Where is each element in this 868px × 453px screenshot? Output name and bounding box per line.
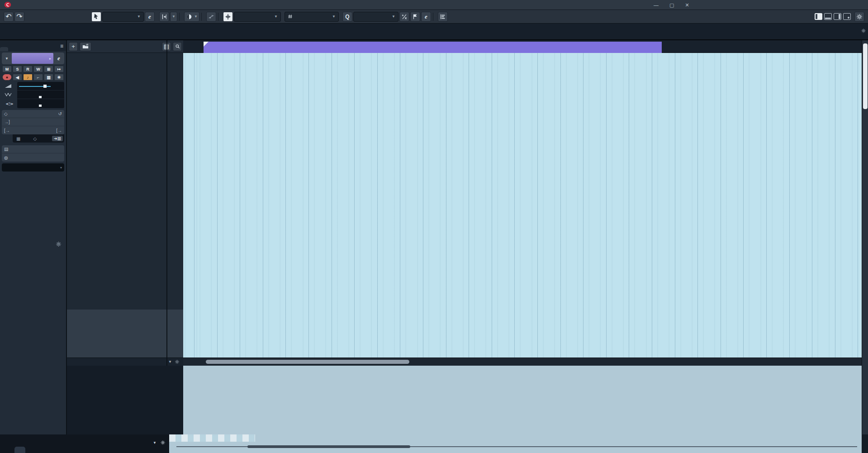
automation-cursor-icon[interactable] (91, 12, 101, 22)
mute-button[interactable]: M (2, 66, 12, 72)
lower-zone-toggle[interactable] (824, 13, 832, 20)
record-enable-button[interactable]: ● (2, 74, 12, 81)
quantize-panel-button[interactable]: e (421, 12, 431, 22)
volume-fader[interactable] (17, 82, 64, 91)
tab-editor[interactable] (14, 447, 25, 453)
delay-control[interactable] (17, 99, 64, 108)
track-preset-row[interactable]: ◇ ↺ (2, 110, 64, 118)
tab-visibility[interactable] (8, 47, 16, 51)
open-editor-button[interactable]: ⊞ (44, 66, 53, 72)
zone-setup-toggle[interactable] (843, 13, 851, 20)
left-zone-toggle[interactable] (815, 13, 822, 20)
align-icon[interactable] (438, 12, 448, 22)
drum-map-icon: ◍ (4, 155, 10, 160)
color-menu-dropdown[interactable]: ▼ (184, 12, 199, 22)
horizontal-scrollbar[interactable] (183, 358, 862, 366)
menu-bar: — ▢ ✕ (0, 0, 868, 10)
zoom-slider-thumb[interactable] (247, 445, 410, 448)
vertical-scrollbar-thumb[interactable] (863, 43, 868, 109)
lanes-button[interactable]: ▥ (44, 74, 53, 81)
setup-row[interactable] (53, 241, 62, 247)
output-arrow2-icon: [→ (56, 128, 62, 133)
output-arrow-icon: [→ (4, 128, 10, 133)
input-routing-row[interactable]: →] (2, 118, 64, 126)
grid-type-dropdown[interactable]: ▼ (285, 12, 339, 22)
right-zone-toggle[interactable] (834, 13, 841, 20)
delay-icon: ◂◷▸ (5, 101, 14, 106)
solo-button[interactable]: S (13, 66, 22, 72)
freeze-button[interactable]: ✳ (54, 74, 64, 81)
track-title-field[interactable]: ▸ (12, 53, 53, 64)
automation-panel-button[interactable]: e (145, 12, 155, 22)
undo-button[interactable]: ↶ (4, 12, 14, 22)
pan-control[interactable] (17, 91, 64, 99)
tab-track[interactable] (4, 447, 14, 453)
midi-quantize-button[interactable]: ♪ (23, 74, 33, 81)
add-track-button[interactable]: + (69, 42, 78, 51)
track-list-header: + ▤ (67, 40, 183, 53)
timeline-ruler[interactable] (183, 40, 862, 53)
retrospective-record-row[interactable]: ▾ (2, 163, 64, 172)
write-automation-button[interactable]: W (33, 66, 43, 72)
read-automation-button[interactable]: R (23, 66, 33, 72)
lock-button[interactable]: ⌐ (33, 74, 43, 81)
footer-caret-icon[interactable]: ▼ (168, 360, 172, 364)
snap-icon[interactable] (223, 12, 233, 22)
info-line-gear-icon[interactable] (861, 28, 866, 33)
collapse-arrow-icon[interactable]: ▼ (2, 52, 12, 64)
snap-type-dropdown[interactable]: ▼ (234, 12, 281, 22)
cubase-logo-icon (2, 1, 14, 9)
track-preset-button[interactable] (80, 42, 91, 51)
vertical-scrollbar[interactable] (862, 40, 868, 434)
track-search-icon[interactable] (173, 42, 182, 51)
open-device-icon[interactable]: ➜▥ (52, 136, 63, 141)
bottom-gear-icon[interactable] (160, 440, 166, 445)
reload-icon: ↺ (58, 111, 62, 116)
track-rows (67, 53, 183, 310)
lower-zone-area (183, 366, 862, 434)
auto-scroll-dropdown[interactable]: ▼ (170, 12, 177, 22)
node-curve-icon[interactable] (206, 12, 216, 22)
retro-caret-icon: ▾ (60, 166, 64, 170)
expression-map-row[interactable]: ▤ (2, 145, 64, 153)
cycle-region[interactable] (204, 42, 662, 53)
inspector-track-header: ▼ ▸ e (2, 52, 64, 64)
drum-map-row[interactable]: ◍ (2, 153, 64, 162)
close-button[interactable]: ✕ (685, 2, 689, 8)
info-line (0, 24, 868, 40)
minimize-button[interactable]: — (654, 2, 659, 8)
preset-diamond-icon: ◇ (4, 111, 10, 116)
auto-scroll-icon[interactable] (159, 12, 169, 22)
project-toolbar: ↶ ↷ ▼ e ▼ ▼ ▼ ▼ Q ▼ (0, 10, 868, 24)
tab-inspector[interactable] (0, 47, 8, 51)
inspector-tabs: ≡ (0, 40, 66, 51)
maximize-button[interactable]: ▢ (669, 2, 674, 8)
cubase-project-window: — ▢ ✕ ↶ ↷ ▼ e ▼ ▼ ▼ (0, 0, 868, 453)
left-zone-bottom-tabs (0, 434, 66, 453)
output-routing-row[interactable]: [→ [→ (2, 126, 64, 134)
input-arrow-icon: →] (4, 119, 10, 124)
track-control-buttons: M S R W ⊞ ↦ ● ◀ ♪ ⌐ ▥ ✳ (2, 65, 64, 81)
drum-grid-icon[interactable]: ▦ (13, 136, 20, 141)
quantize-dropdown[interactable]: ▼ (353, 12, 398, 22)
redo-button[interactable]: ↷ (14, 12, 24, 22)
automation-mode-dropdown[interactable]: ▼ (102, 12, 144, 22)
iterative-quantize-icon[interactable] (399, 12, 409, 22)
pan-icon (5, 93, 14, 96)
arrangement-canvas[interactable] (183, 53, 862, 358)
monitor-button[interactable]: ◀ (13, 74, 22, 81)
setup-gear-icon (56, 241, 62, 247)
inspector-menu-icon[interactable]: ≡ (60, 43, 66, 51)
footer-gear-icon[interactable] (175, 359, 180, 364)
bottom-preset-controls: ▼ (67, 434, 169, 453)
horizontal-scrollbar-thumb[interactable] (206, 360, 409, 364)
toolbar-setup-gear-icon[interactable] (854, 12, 864, 22)
output-route-button[interactable]: ↦ (54, 66, 64, 72)
quantize-flag-icon[interactable] (410, 12, 420, 22)
edit-channel-button[interactable]: e (53, 52, 64, 64)
volume-icon (5, 84, 14, 88)
doc-icon: ▤ (4, 147, 10, 152)
bottom-caret-icon[interactable]: ▼ (153, 441, 157, 445)
channel-diamond-icon[interactable]: ◇ (33, 136, 37, 141)
quantize-icon[interactable]: Q (342, 12, 352, 22)
